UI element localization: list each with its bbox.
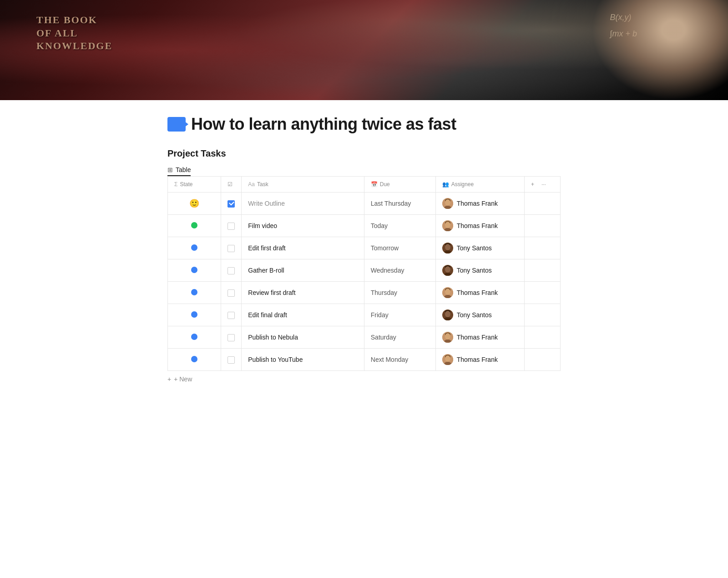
assignee-cell[interactable]: Thomas Frank xyxy=(435,282,524,304)
assignee-name: Thomas Frank xyxy=(457,356,498,363)
add-new-row-button[interactable]: + + New xyxy=(167,371,561,387)
checkbox-cell[interactable] xyxy=(221,304,242,326)
assignee-cell[interactable]: Thomas Frank xyxy=(435,349,524,371)
due-cell: Wednesday xyxy=(364,259,435,282)
calendar-icon: 📅 xyxy=(371,181,378,188)
checkbox-cell[interactable] xyxy=(221,259,242,282)
assignee-name: Tony Santos xyxy=(457,267,492,274)
table-header-row: Σ State ☑ Aa Task 📅 Due xyxy=(168,177,561,193)
task-label: Edit first draft xyxy=(248,244,285,252)
checkbox-cell[interactable] xyxy=(221,215,242,237)
task-cell[interactable]: Film video xyxy=(242,215,364,237)
checkbox-icon: ☑ xyxy=(228,181,233,188)
checkbox-cell[interactable] xyxy=(221,237,242,259)
assignee-cell[interactable]: Thomas Frank xyxy=(435,215,524,237)
row-checkbox[interactable] xyxy=(228,267,235,274)
checkbox-cell[interactable] xyxy=(221,282,242,304)
state-dot-icon xyxy=(191,267,197,273)
col-header-check[interactable]: ☑ xyxy=(221,177,242,193)
task-label: Publish to YouTube xyxy=(248,356,303,363)
assignee-name: Thomas Frank xyxy=(457,200,498,207)
col-header-task[interactable]: Aa Task xyxy=(242,177,364,193)
state-cell[interactable] xyxy=(168,215,221,237)
task-cell[interactable]: Edit final draft xyxy=(242,304,364,326)
state-cell[interactable]: 🙂 xyxy=(168,193,221,215)
due-text: Saturday xyxy=(371,334,396,341)
page-title: How to learn anything twice as fast xyxy=(191,115,456,134)
svg-point-21 xyxy=(445,310,450,314)
task-label: Gather B-roll xyxy=(248,267,284,274)
svg-point-13 xyxy=(445,266,450,269)
col-header-actions[interactable]: + ··· xyxy=(524,177,560,193)
cover-image: THE BOOKOF ALLKNOWLEDGE B(x,y) ∫mx + b xyxy=(0,0,728,100)
col-header-state[interactable]: Σ State xyxy=(168,177,221,193)
assignee-cell[interactable]: Thomas Frank xyxy=(435,326,524,349)
svg-point-27 xyxy=(444,340,451,343)
svg-point-31 xyxy=(444,362,451,365)
svg-point-15 xyxy=(444,273,451,276)
assignee-name: Tony Santos xyxy=(457,311,492,319)
more-options-icon[interactable]: ··· xyxy=(541,181,546,188)
assignee-name: Tony Santos xyxy=(457,244,492,252)
task-cell[interactable]: Publish to Nebula xyxy=(242,326,364,349)
svg-point-24 xyxy=(442,332,453,343)
state-cell[interactable] xyxy=(168,237,221,259)
row-actions-cell xyxy=(524,259,560,282)
table-view-tab[interactable]: ⊞ Table xyxy=(167,166,191,176)
assignee-cell[interactable]: Tony Santos xyxy=(435,259,524,282)
row-checkbox[interactable] xyxy=(228,334,235,341)
task-cell[interactable]: Write Outline xyxy=(242,193,364,215)
task-cell[interactable]: Edit first draft xyxy=(242,237,364,259)
row-checkbox[interactable] xyxy=(228,200,235,208)
row-checkbox[interactable] xyxy=(228,289,235,297)
task-cell[interactable]: Review first draft xyxy=(242,282,364,304)
data-table: Σ State ☑ Aa Task 📅 Due xyxy=(167,176,561,371)
avatar xyxy=(442,354,453,365)
row-actions-cell xyxy=(524,215,560,237)
due-cell: Next Monday xyxy=(364,349,435,371)
row-checkbox[interactable] xyxy=(228,356,235,364)
col-header-due[interactable]: 📅 Due xyxy=(364,177,435,193)
svg-point-9 xyxy=(445,243,450,247)
svg-point-2 xyxy=(445,199,450,206)
assignee-name: Thomas Frank xyxy=(457,222,498,229)
due-cell: Today xyxy=(364,215,435,237)
page-title-row: How to learn anything twice as fast xyxy=(167,115,561,134)
state-cell[interactable] xyxy=(168,282,221,304)
checkbox-cell[interactable] xyxy=(221,349,242,371)
svg-point-0 xyxy=(442,198,453,209)
state-cell[interactable] xyxy=(168,349,221,371)
state-cell[interactable] xyxy=(168,326,221,349)
row-actions-cell xyxy=(524,349,560,371)
svg-point-6 xyxy=(445,222,450,228)
assignee-cell[interactable]: Thomas Frank xyxy=(435,193,524,215)
svg-point-20 xyxy=(442,309,453,320)
svg-point-10 xyxy=(445,244,450,250)
task-label: Edit final draft xyxy=(248,311,287,319)
page-content: How to learn anything twice as fast Proj… xyxy=(146,100,582,406)
assignee-cell[interactable]: Tony Santos xyxy=(435,304,524,326)
task-cell[interactable]: Publish to YouTube xyxy=(242,349,364,371)
row-checkbox[interactable] xyxy=(228,312,235,319)
col-header-assignee[interactable]: 👥 Assignee xyxy=(435,177,524,193)
task-cell[interactable]: Gather B-roll xyxy=(242,259,364,282)
due-text: Last Thursday xyxy=(371,200,411,207)
new-label: + New xyxy=(174,375,192,383)
checkbox-cell[interactable] xyxy=(221,193,242,215)
sigma-icon: Σ xyxy=(174,181,177,188)
state-cell[interactable] xyxy=(168,259,221,282)
assignee-name: Thomas Frank xyxy=(457,334,498,341)
state-dot-icon xyxy=(191,311,197,318)
state-cell[interactable] xyxy=(168,304,221,326)
svg-point-11 xyxy=(444,250,451,254)
avatar xyxy=(442,309,453,320)
checkbox-cell[interactable] xyxy=(221,326,242,349)
svg-point-29 xyxy=(445,355,450,359)
row-checkbox[interactable] xyxy=(228,245,235,252)
add-column-icon[interactable]: + xyxy=(531,181,534,188)
svg-point-4 xyxy=(442,220,453,231)
assignee-cell[interactable]: Tony Santos xyxy=(435,237,524,259)
cover-person xyxy=(592,0,728,100)
avatar xyxy=(442,198,453,209)
row-checkbox[interactable] xyxy=(228,223,235,230)
